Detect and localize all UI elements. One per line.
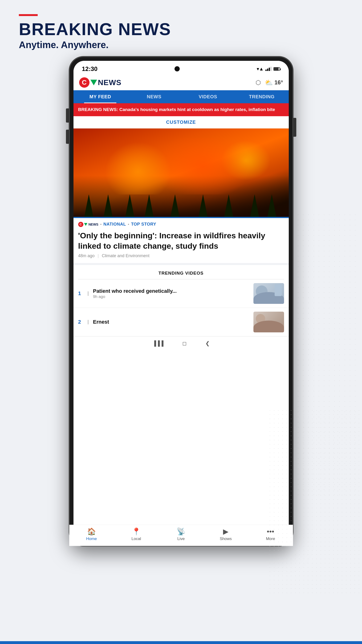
tab-videos[interactable]: VIDEOS — [181, 90, 235, 103]
dot-separator-1: • — [100, 222, 102, 226]
weather-icon: ⛅ — [265, 79, 273, 86]
trending-time-1: 9h ago — [93, 294, 250, 299]
nav-live[interactable]: 📡 Live — [159, 527, 204, 541]
article-byline: 48m ago | Climate and Environment — [73, 254, 289, 263]
header-right: ⬡ ⛅ 16° — [256, 79, 283, 86]
location-icon: 📍 — [132, 527, 141, 536]
play-icon: ▶ — [223, 527, 228, 536]
trending-pipe-2: | — [88, 319, 89, 324]
live-label: Live — [177, 536, 185, 541]
trending-num-2: 2 — [78, 319, 84, 325]
source-logo-mini: C NEWS — [78, 222, 98, 227]
trending-title-2: Ernest — [93, 319, 250, 326]
article-meta: C NEWS • NATIONAL • TOP STORY — [73, 218, 289, 229]
article-title[interactable]: 'Only the beginning': Increase in wildfi… — [73, 229, 289, 254]
breaking-banner-text: BREAKING NEWS: Canada's housing markets … — [78, 106, 284, 113]
hero-image — [73, 128, 289, 218]
cast-icon[interactable]: ⬡ — [256, 79, 261, 86]
shows-label: Shows — [220, 536, 232, 541]
status-bar: 12:30 ▾▲ — [73, 61, 289, 75]
customize-bar[interactable]: CUSTOMIZE — [73, 116, 289, 128]
trending-title-1: Patient who received genetically... — [93, 288, 250, 295]
trending-item-1[interactable]: 1 | Patient who received genetically... … — [73, 279, 289, 308]
tab-news[interactable]: NEWS — [127, 90, 181, 103]
article-tag2: TOP STORY — [131, 222, 156, 227]
battery-icon — [274, 67, 280, 71]
android-home[interactable]: ◻ — [182, 340, 187, 346]
trending-header: TRENDING VIDEOS — [73, 267, 289, 279]
live-icon: 📡 — [177, 527, 185, 536]
dot-separator-2: • — [128, 222, 129, 226]
phone-screen: 12:30 ▾▲ — [73, 61, 289, 542]
bottom-blue-bar — [0, 641, 362, 644]
android-back[interactable]: ❮ — [205, 340, 210, 346]
nav-more[interactable]: ••• More — [248, 528, 289, 541]
more-label: More — [266, 536, 275, 541]
phone-frame: 12:30 ▾▲ — [69, 56, 293, 546]
tab-my-feed[interactable]: MY FEED — [73, 90, 127, 103]
wifi-icon: ▾▲ — [257, 66, 264, 72]
trending-thumb-1 — [253, 283, 284, 304]
mini-ctv-c: C — [78, 222, 83, 227]
home-label: Home — [86, 536, 97, 541]
hero-bottom-bar — [73, 217, 289, 218]
trending-num-1: 1 — [78, 290, 84, 296]
nav-shows[interactable]: ▶ Shows — [204, 527, 248, 541]
article-tag1: NATIONAL — [103, 222, 126, 227]
mini-ctv-triangle — [84, 223, 87, 226]
source-text: NEWS — [88, 222, 98, 226]
page-header: BREAKING NEWS Anytime. Anywhere. — [19, 14, 171, 50]
trending-item-2[interactable]: 2 | Ernest — [73, 308, 289, 336]
phone-wrapper: 12:30 ▾▲ — [63, 56, 299, 546]
trending-item-left-2: Ernest — [93, 319, 250, 326]
trending-section: TRENDING VIDEOS 1 | Patient who received… — [73, 263, 289, 336]
article-category: Climate and Environment — [102, 254, 149, 258]
page-subtitle: Anytime. Anywhere. — [19, 40, 171, 50]
ctv-triangle-icon — [90, 80, 97, 85]
trending-pipe-1: | — [88, 291, 89, 296]
article-time: 48m ago — [78, 254, 95, 258]
breaking-news-banner[interactable]: BREAKING NEWS: Canada's housing markets … — [73, 103, 289, 116]
status-icons: ▾▲ — [257, 66, 280, 72]
bottom-nav: 🏠 Home 📍 Local 📡 Live ▶ Shows ••• M — [73, 525, 289, 542]
android-recents[interactable]: ▐▐▐ — [152, 340, 163, 346]
trending-thumb-2 — [253, 312, 284, 332]
ctv-c-letter: C — [79, 77, 89, 88]
page-title: BREAKING NEWS — [19, 21, 171, 38]
more-icon: ••• — [267, 528, 274, 536]
status-time: 12:30 — [82, 65, 98, 72]
ctv-news-text: NEWS — [98, 78, 121, 87]
app-header: C NEWS ⬡ ⛅ 16° — [73, 75, 289, 90]
byline-separator: | — [98, 254, 99, 258]
fire-trees — [73, 171, 289, 218]
nav-home[interactable]: 🏠 Home — [73, 527, 114, 541]
local-label: Local — [131, 536, 141, 541]
nav-local[interactable]: 📍 Local — [114, 527, 159, 541]
tab-trending[interactable]: TRENDING — [235, 90, 289, 103]
weather-widget: ⛅ 16° — [265, 79, 283, 86]
ctv-tv: NEWS — [90, 78, 121, 87]
nav-tabs: MY FEED NEWS VIDEOS TRENDING — [73, 90, 289, 103]
android-nav: ▐▐▐ ◻ ❮ — [73, 336, 289, 350]
trending-item-left-1: Patient who received genetically... 9h a… — [93, 288, 250, 299]
red-accent-bar — [19, 14, 38, 16]
ctv-logo: C NEWS — [79, 77, 121, 88]
home-icon: 🏠 — [87, 527, 96, 536]
customize-label: CUSTOMIZE — [166, 120, 196, 125]
temperature-text: 16° — [274, 79, 283, 86]
front-camera — [175, 66, 180, 72]
signal-icon — [265, 67, 272, 71]
